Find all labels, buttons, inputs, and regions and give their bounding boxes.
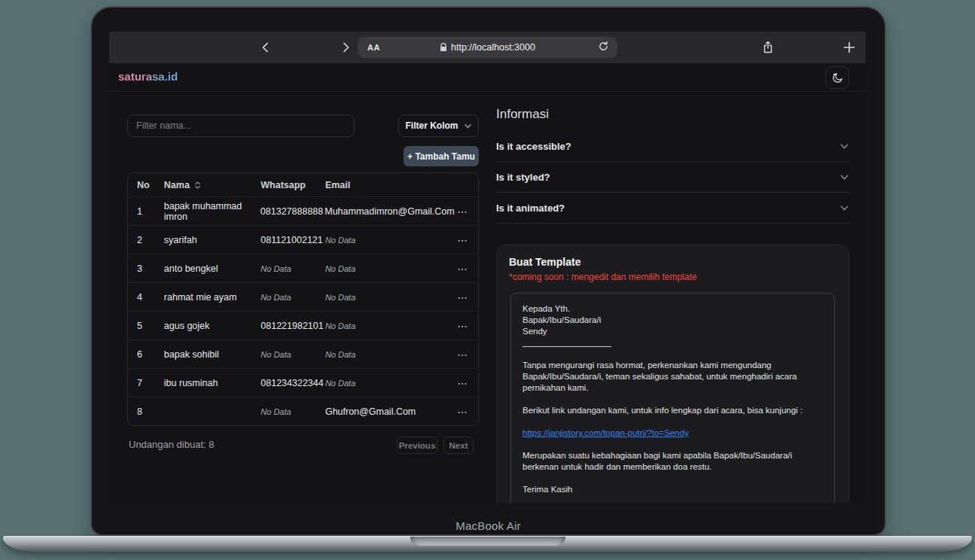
letter-paragraph-1: Tanpa mengurangi rasa hormat, perkenanka…	[523, 360, 823, 394]
letter-salutation: Kepada Yth.Bapak/Ibu/Saudara/iSendy	[523, 303, 823, 337]
cell-email: No Data	[325, 293, 454, 302]
accordion-item[interactable]: Is it styled?	[496, 162, 849, 193]
chevron-down-icon	[839, 172, 849, 182]
row-menu-button[interactable]: ⋯	[454, 405, 471, 418]
row-menu-button[interactable]: ⋯	[454, 233, 471, 247]
salutation-line: Sendy	[523, 326, 823, 337]
ellipsis-icon: ⋯	[457, 348, 468, 361]
cell-nama: rahmat mie ayam	[164, 292, 261, 303]
chevron-right-icon	[340, 41, 352, 53]
table-row: 4rahmat mie ayamNo DataNo Data⋯	[128, 283, 478, 312]
back-button[interactable]	[256, 32, 276, 63]
column-header-nama[interactable]: Nama	[164, 180, 261, 190]
info-section-title: Informasi	[496, 107, 549, 122]
macbook-lid: AA http://localhost:3000	[90, 6, 886, 536]
cell-whatsapp: 081234322344	[261, 378, 325, 388]
letter-closing: Terima Kasih	[523, 484, 823, 495]
table-row: 2syarifah081121002121No Data⋯	[128, 226, 478, 254]
url-bar[interactable]: AA http://localhost:3000	[358, 37, 617, 58]
base-notch	[410, 537, 565, 546]
table-row: 3anto bengkelNo DataNo Data⋯	[128, 254, 478, 283]
cell-whatsapp: 081121002121	[261, 235, 325, 245]
guest-table: No Nama Whatsapp Email 1bapak muhammad i…	[127, 172, 479, 426]
row-menu-button[interactable]: ⋯	[454, 262, 471, 275]
cell-nama: syarifah	[164, 235, 261, 245]
salutation-line: Kepada Yth.	[523, 303, 823, 315]
table-row: 6bapak sohibilNo DataNo Data⋯	[128, 340, 478, 369]
filter-name-input[interactable]	[127, 114, 355, 137]
cell-whatsapp: 081221982101	[261, 321, 325, 331]
reload-button[interactable]	[595, 40, 611, 55]
guest-table-body: 1bapak muhammad imron081327888888Muhamma…	[128, 197, 478, 426]
row-menu-button[interactable]: ⋯	[454, 348, 471, 361]
lock-icon	[440, 43, 447, 52]
cell-actions: ⋯	[454, 233, 478, 247]
cell-whatsapp: No Data	[261, 407, 325, 416]
cell-whatsapp: No Data	[261, 350, 325, 359]
add-guest-button[interactable]: + Tambah Tamu	[404, 146, 479, 166]
ellipsis-icon: ⋯	[457, 406, 468, 418]
invitation-link[interactable]: https://janjistory.com/topan-putri/?to=S…	[523, 428, 689, 439]
cell-actions: ⋯	[454, 205, 478, 218]
cell-nama: agus gojek	[164, 321, 261, 331]
sort-icon[interactable]	[194, 181, 201, 190]
cell-no: 1	[128, 206, 164, 217]
cell-actions: ⋯	[454, 376, 478, 390]
accordion-item-label: Is it styled?	[496, 172, 550, 183]
column-header-email: Email	[325, 180, 454, 190]
row-menu-button[interactable]: ⋯	[454, 291, 471, 304]
theme-toggle-button[interactable]	[825, 66, 849, 89]
table-row: 7ibu rusminah081234322344No Data⋯	[128, 369, 478, 397]
cell-no: 5	[128, 321, 164, 331]
row-menu-button[interactable]: ⋯	[454, 205, 471, 218]
cell-nama: bapak sohibil	[164, 349, 261, 360]
cell-email: No Data	[325, 264, 454, 273]
template-card: Buat Template *coming soon : mengedit da…	[496, 245, 849, 503]
salutation-line: Bapak/Ibu/Saudara/i	[523, 315, 823, 326]
accordion-item-label: Is it accessible?	[496, 141, 571, 152]
faq-accordion: Is it accessible?Is it styled?Is it anim…	[496, 131, 849, 224]
device-label: MacBook Air	[92, 519, 885, 532]
next-page-button[interactable]: Next	[443, 437, 474, 454]
accordion-item[interactable]: Is it animated?	[496, 193, 849, 224]
letter-paragraph-3: Merupakan suatu kebahagiaan bagi kami ap…	[523, 450, 823, 473]
row-menu-button[interactable]: ⋯	[454, 376, 471, 390]
cell-actions: ⋯	[454, 262, 478, 275]
share-button[interactable]	[757, 32, 778, 63]
cell-actions: ⋯	[454, 319, 478, 333]
filter-column-label: Filter Kolom	[405, 120, 458, 131]
cell-whatsapp: No Data	[261, 264, 325, 273]
cell-whatsapp: 081327888888	[261, 206, 324, 217]
cell-email: No Data	[325, 379, 454, 388]
desktop-background: AA http://localhost:3000	[0, 0, 975, 560]
cell-actions: ⋯	[454, 405, 478, 418]
url-text: http://localhost:3000	[451, 42, 535, 53]
coming-soon-notice: *coming soon : mengedit dan memilih temp…	[509, 272, 836, 282]
accordion-item-label: Is it animated?	[496, 202, 565, 214]
chevron-down-icon	[839, 142, 849, 151]
accordion-item[interactable]: Is it accessible?	[496, 131, 849, 162]
cell-nama: bapak muhammad imron	[164, 201, 261, 222]
forward-button[interactable]	[336, 32, 355, 63]
cell-email: No Data	[325, 350, 454, 359]
app-page: saturasa.id Filter Kolom + Tambah Tamu N…	[109, 63, 866, 503]
letter-divider	[523, 346, 611, 347]
row-menu-button[interactable]: ⋯	[454, 319, 471, 333]
plus-icon	[843, 41, 855, 53]
browser-window: AA http://localhost:3000	[109, 32, 866, 503]
previous-page-button[interactable]: Previous	[397, 437, 437, 454]
chevron-left-icon	[260, 41, 272, 53]
new-tab-button[interactable]	[839, 32, 860, 63]
letter-paragraph-2: Berikut link undangan kami, untuk info l…	[523, 405, 823, 416]
text-size-button[interactable]: AA	[367, 43, 380, 52]
macbook-base	[3, 536, 972, 552]
table-row: 1bapak muhammad imron081327888888Muhamma…	[128, 197, 478, 226]
invitation-letter-preview: Kepada Yth.Bapak/Ibu/Saudara/iSendy Tanp…	[510, 293, 835, 503]
app-logo[interactable]: saturasa.id	[118, 70, 178, 83]
ellipsis-icon: ⋯	[457, 320, 468, 332]
cell-email: No Data	[325, 321, 454, 330]
reload-icon	[598, 41, 609, 52]
cell-no: 6	[128, 349, 164, 360]
filter-column-button[interactable]: Filter Kolom	[398, 114, 479, 137]
table-row: 5agus gojek081221982101No Data⋯	[128, 312, 478, 340]
